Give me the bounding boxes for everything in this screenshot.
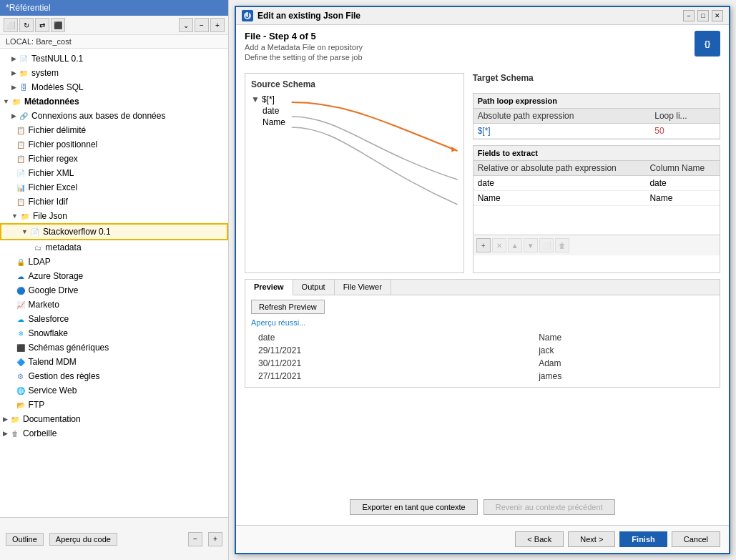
tree-item-salesforce[interactable]: ☁ Salesforce (0, 312, 228, 326)
finish-btn[interactable]: Finish (619, 531, 667, 547)
tree-item-metadata[interactable]: 🗂 metadata (0, 240, 228, 255)
chevron-file-json: ▼ (11, 212, 18, 220)
marketo-icon: 📈 (15, 299, 26, 310)
tree-label-corbeille: Corbeille (23, 428, 57, 438)
schemas-icon: ⬛ (15, 342, 26, 353)
tree-item-gestion[interactable]: ⚙ Gestion des règles (0, 369, 228, 383)
bottom-toolbar-plus[interactable]: + (208, 532, 222, 546)
maximize-btn[interactable]: □ (697, 10, 709, 21)
preview-date-2: 30/11/2021 (251, 357, 531, 370)
tree-item-ftp[interactable]: 📂 FTP (0, 398, 228, 412)
tree-label-ftp: FTP (29, 400, 45, 410)
preview-content: Refresh Preview Aperçu réussi... date Na… (245, 295, 720, 387)
toolbar-btn-6[interactable]: − (195, 18, 209, 32)
tree-item-fichier-xml[interactable]: 📄 Fichier XML (0, 166, 228, 180)
chevron-fichier-regex (11, 155, 14, 162)
tree-item-serviceweb[interactable]: 🌐 Service Web (0, 383, 228, 398)
toolbar-btn-2[interactable]: ↻ (19, 18, 34, 32)
close-btn[interactable]: ✕ (712, 10, 723, 21)
tree-item-fichier-pos[interactable]: 📋 Fichier positionnel (0, 137, 228, 152)
path-loop-table: Absolute path expression Loop li... $[*]… (474, 109, 720, 139)
tree-label-fichier-pos: Fichier positionnel (29, 139, 98, 149)
chevron-documentation: ▶ (3, 416, 8, 423)
tree-item-testnull[interactable]: ▶ 📄 TestNULL 0.1 (0, 51, 228, 66)
tree-item-azure[interactable]: ☁ Azure Storage (0, 269, 228, 283)
tree-label-fichier-delim: Fichier délimité (29, 125, 87, 135)
doc-icon: 📄 (18, 53, 29, 64)
fields-down-btn[interactable]: ▼ (524, 238, 538, 252)
tree-item-corbeille[interactable]: ▶ 🗑 Corbeille (0, 426, 228, 441)
tree-label-google: Google Drive (29, 285, 79, 295)
tree-item-file-json[interactable]: ▼ 📁 File Json (0, 209, 228, 223)
fields-row-name: Name Name (474, 191, 720, 206)
azure-icon: ☁ (15, 270, 26, 282)
tree-item-connexions[interactable]: ▶ 🔗 Connexions aux bases de données (0, 109, 228, 123)
title-controls: − □ ✕ (683, 10, 723, 21)
tree-item-fichier-regex[interactable]: 📋 Fichier regex (0, 152, 228, 166)
tree-item-fichier-idif[interactable]: 📋 Fichier Idif (0, 195, 228, 209)
tree-item-modeles[interactable]: ▶ 🗄 Modèles SQL (0, 80, 228, 94)
toolbar-btn-5[interactable]: ⌄ (179, 18, 193, 32)
chevron-gestion (11, 373, 14, 380)
fields-up-btn[interactable]: ▲ (508, 238, 522, 252)
fields-copy-btn[interactable]: ⬜ (539, 238, 554, 252)
tree-label-fichier-excel: Fichier Excel (29, 182, 78, 192)
minimize-btn[interactable]: − (683, 10, 695, 21)
fields-remove-btn[interactable]: ✕ (492, 238, 506, 252)
toolbar-btn-7[interactable]: + (210, 18, 225, 32)
target-schema: Target Schema Path loop expression Absol… (473, 73, 720, 273)
tree-item-talend[interactable]: 🔷 Talend MDM (0, 355, 228, 369)
source-schema: Source Schema ▼ $[*] date Name (245, 73, 464, 273)
gestion-icon: ⚙ (15, 370, 26, 382)
tree-item-marketo[interactable]: 📈 Marketo (0, 298, 228, 312)
fichier-pos-icon: 📋 (15, 139, 26, 150)
tree-item-metadonnees[interactable]: ▼ 📁 Métadonnées (0, 94, 228, 109)
path-loop-expr: $[*] (474, 124, 651, 139)
chevron-fichier-excel (11, 184, 14, 191)
tree-label-metadonnees: Métadonnées (24, 97, 79, 107)
chevron-corbeille: ▶ (3, 430, 8, 437)
tree-item-google[interactable]: 🔵 Google Drive (0, 283, 228, 298)
tab-file-viewer[interactable]: File Viewer (335, 280, 391, 295)
next-btn[interactable]: Next > (568, 531, 615, 547)
chevron-google (11, 287, 14, 294)
fichier-excel-icon: 📊 (15, 182, 26, 193)
toolbar-btn-4[interactable]: ⬛ (51, 18, 65, 32)
chevron-metadata (29, 244, 31, 251)
tree-label-gestion: Gestion des règles (29, 371, 100, 381)
fields-add-btn[interactable]: + (476, 238, 491, 252)
tree-item-stackoverflow[interactable]: ▼ 📄 Stackoverflow 0.1 (0, 223, 228, 240)
tree-item-fichier-delim[interactable]: 📋 Fichier délimité (0, 123, 228, 137)
tree-label-connexions: Connexions aux bases de données (31, 111, 165, 121)
app-title: *Référentiel (6, 3, 51, 13)
back-btn[interactable]: < Back (515, 531, 564, 547)
preview-row-3: 27/11/2021 james (251, 370, 714, 383)
folder-icon: 📁 (18, 67, 29, 79)
tree-item-schemas[interactable]: ⬛ Schémas génériques (0, 340, 228, 355)
toolbar-btn-3[interactable]: ⇄ (35, 18, 49, 32)
chevron-marketo (11, 301, 14, 308)
schema-row: Source Schema ▼ $[*] date Name (245, 73, 720, 273)
cancel-btn[interactable]: Cancel (672, 531, 720, 547)
chevron-schemas (11, 344, 14, 351)
tree-item-system[interactable]: ▶ 📁 system (0, 66, 228, 80)
fields-delete-btn[interactable]: 🗑 (555, 238, 569, 252)
tree-label-salesforce: Salesforce (29, 314, 69, 324)
export-context-btn[interactable]: Exporter en tant que contexte (350, 499, 477, 515)
fields-col-date: date (645, 176, 720, 191)
tree-item-documentation[interactable]: ▶ 📁 Documentation (0, 412, 228, 426)
tab-preview[interactable]: Preview (245, 280, 293, 295)
tree-item-ldap[interactable]: 🔒 LDAP (0, 255, 228, 269)
fields-section: Fields to extract Relative or absolute p… (473, 145, 720, 273)
tab-apercu-code[interactable]: Aperçu du code (49, 533, 117, 546)
tree-label-serviceweb: Service Web (29, 385, 77, 396)
preview-date-3: 27/11/2021 (251, 370, 531, 383)
bottom-toolbar-minus[interactable]: − (188, 532, 202, 546)
tree-item-fichier-excel[interactable]: 📊 Fichier Excel (0, 180, 228, 195)
tab-outline[interactable]: Outline (6, 533, 44, 546)
path-loop-col1: Absolute path expression (474, 109, 651, 124)
tree-item-snowflake[interactable]: ❄ Snowflake (0, 326, 228, 340)
tab-output[interactable]: Output (293, 280, 335, 295)
toolbar-btn-1[interactable]: ⬜ (4, 18, 18, 32)
refresh-preview-btn[interactable]: Refresh Preview (251, 300, 325, 314)
